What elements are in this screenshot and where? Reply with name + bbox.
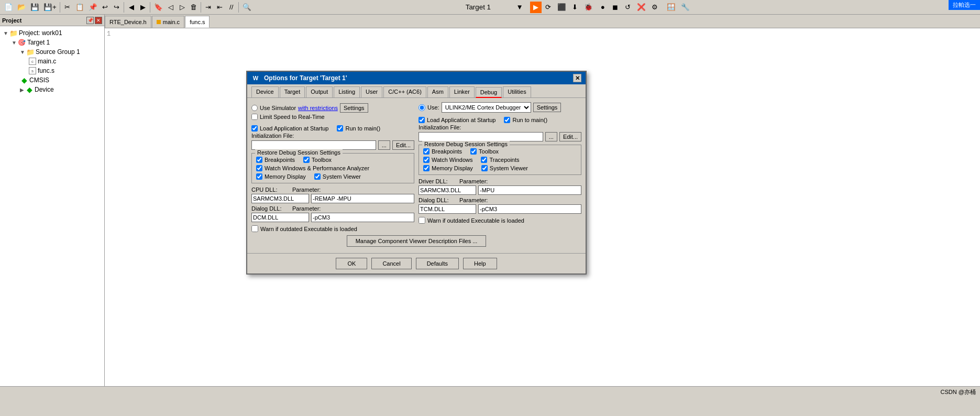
right-load-app-row: Load Application at Startup: [419, 117, 495, 123]
manage-component-btn[interactable]: Manage Component Viewer Description File…: [347, 235, 487, 247]
left-load-app-checkbox[interactable]: [251, 125, 258, 132]
right-run-to-main-row: Run to main(): [504, 117, 547, 123]
left-breakpoints-row: Breakpoints: [256, 157, 295, 163]
left-watch-windows-checkbox[interactable]: [256, 165, 262, 171]
left-settings-btn[interactable]: Settings: [340, 103, 368, 113]
right-dialog-dll-param-input[interactable]: [478, 204, 581, 214]
cancel-btn[interactable]: Cancel: [371, 258, 411, 269]
use-simulator-radio[interactable]: [251, 105, 258, 111]
left-browse-btn[interactable]: ...: [378, 140, 390, 150]
dialog-two-col: Use Simulator with restrictions Settings…: [251, 102, 581, 233]
dialog-icon: W: [251, 74, 260, 82]
right-dialog-dll-input[interactable]: [419, 204, 476, 214]
help-btn[interactable]: Help: [463, 258, 497, 269]
left-toolbox-checkbox[interactable]: [303, 157, 310, 163]
limit-speed-checkbox[interactable]: [251, 114, 258, 120]
right-breakpoints-label: Breakpoints: [432, 148, 462, 155]
tab-target[interactable]: Target: [280, 86, 305, 97]
left-init-file-row: ... Edit...: [251, 140, 414, 150]
use-debugger-radio[interactable]: [419, 104, 425, 111]
right-memory-display-label: Memory Display: [432, 165, 473, 171]
left-system-viewer-label: System Viewer: [323, 173, 361, 180]
use-debugger-row: Use: ULINK2/ME Cortex Debugger Settings: [419, 102, 581, 113]
left-edit-btn[interactable]: Edit...: [392, 140, 414, 150]
left-dialog-dll-input[interactable]: [251, 213, 309, 222]
right-watch-windows-label: Watch Windows: [432, 157, 472, 163]
left-breakpoints-checkbox[interactable]: [256, 157, 262, 163]
tab-listing[interactable]: Listing: [334, 86, 360, 97]
right-warn-checkbox[interactable]: [419, 217, 425, 224]
right-init-file-row: ... Edit...: [419, 132, 581, 141]
defaults-btn[interactable]: Defaults: [416, 258, 459, 269]
left-cpu-dll-input[interactable]: [251, 194, 309, 203]
left-breakpoints-label: Breakpoints: [265, 157, 295, 163]
right-toolbox-checkbox[interactable]: [470, 148, 477, 155]
right-load-app-label: Load Application at Startup: [427, 117, 495, 123]
right-system-viewer-label: System Viewer: [490, 165, 528, 171]
manage-btn-row: Manage Component Viewer Description File…: [251, 233, 581, 249]
use-simulator-label: Use Simulator: [260, 105, 296, 111]
dialog-close-btn[interactable]: ✕: [573, 74, 581, 82]
tab-user[interactable]: User: [361, 86, 382, 97]
tab-output[interactable]: Output: [306, 86, 333, 97]
tab-cpp[interactable]: C/C++ (AC6): [383, 86, 426, 97]
right-edit-btn[interactable]: Edit...: [559, 132, 581, 141]
use-label: Use:: [427, 104, 439, 111]
right-system-viewer-row: System Viewer: [481, 165, 528, 171]
right-memory-display-checkbox[interactable]: [423, 165, 430, 171]
left-watch-windows-row: Watch Windows & Performance Analyzer: [256, 165, 410, 171]
right-warn-label: Warn if outdated Executable is loaded: [427, 217, 524, 224]
limit-speed-label: Limit Speed to Real-Time: [260, 114, 325, 120]
right-memory-display-row: Memory Display: [423, 165, 473, 171]
left-dialog-dll-param-label: Parameter:: [292, 205, 321, 212]
left-init-file-input[interactable]: [251, 140, 376, 150]
right-tracepoints-checkbox[interactable]: [481, 157, 487, 163]
right-breakpoints-row: Breakpoints: [423, 148, 462, 155]
right-warn-row: Warn if outdated Executable is loaded: [419, 217, 581, 224]
tab-asm[interactable]: Asm: [427, 86, 448, 97]
dialog-right-col: Use: ULINK2/ME Cortex Debugger Settings …: [419, 102, 581, 233]
left-system-viewer-checkbox[interactable]: [314, 173, 321, 180]
right-run-to-main-label: Run to main(): [512, 117, 547, 123]
left-restore-group: Restore Debug Session Settings Breakpoin…: [251, 153, 414, 183]
options-dialog: W Options for Target 'Target 1' ✕ Device…: [246, 71, 587, 275]
tab-linker[interactable]: Linker: [449, 86, 475, 97]
dialog-title-text: Options for Target 'Target 1': [264, 74, 347, 82]
left-load-app-label: Load Application at Startup: [260, 125, 328, 132]
left-init-file-label: Initialization File:: [251, 133, 414, 139]
right-browse-btn[interactable]: ...: [545, 132, 557, 141]
right-restore-group: Restore Debug Session Settings Breakpoin…: [419, 145, 581, 175]
tab-debug[interactable]: Debug: [476, 87, 502, 98]
left-memory-display-checkbox[interactable]: [256, 173, 262, 180]
limit-speed-row: Limit Speed to Real-Time: [251, 114, 414, 120]
right-load-app-checkbox[interactable]: [419, 117, 425, 123]
right-breakpoints-checkbox[interactable]: [423, 148, 430, 155]
right-driver-dll-input[interactable]: [419, 185, 476, 195]
dialog-title: W Options for Target 'Target 1': [251, 74, 347, 82]
left-cpu-dll-param-input[interactable]: [311, 194, 414, 203]
left-dialog-dll-label: Dialog DLL:: [251, 205, 288, 212]
right-init-file-input[interactable]: [419, 132, 543, 141]
right-dialog-dll-param-label: Parameter:: [459, 197, 488, 203]
dialog-left-col: Use Simulator with restrictions Settings…: [251, 102, 414, 233]
left-dialog-dll-param-input[interactable]: [311, 213, 414, 222]
right-watch-windows-checkbox[interactable]: [423, 157, 430, 163]
right-settings-btn[interactable]: Settings: [533, 103, 561, 112]
tab-utilities[interactable]: Utilities: [503, 86, 531, 97]
right-tracepoints-label: Tracepoints: [489, 157, 519, 163]
right-run-to-main-checkbox[interactable]: [504, 117, 510, 123]
debugger-select[interactable]: ULINK2/ME Cortex Debugger: [442, 102, 531, 113]
right-dialog-dll-label: Dialog DLL:: [419, 197, 455, 203]
left-cpu-dll-param-label: Parameter:: [292, 187, 321, 193]
dialog-body: Use Simulator with restrictions Settings…: [247, 98, 586, 253]
left-cpu-dll-label: CPU DLL:: [251, 187, 288, 193]
left-system-viewer-row: System Viewer: [314, 173, 361, 180]
left-warn-checkbox[interactable]: [251, 225, 258, 232]
left-run-to-main-checkbox[interactable]: [337, 125, 343, 132]
with-restrictions-link[interactable]: with restrictions: [298, 105, 338, 111]
left-warn-row: Warn if outdated Executable is loaded: [251, 225, 414, 232]
right-driver-dll-param-input[interactable]: [478, 185, 581, 195]
right-system-viewer-checkbox[interactable]: [481, 165, 488, 171]
tab-device[interactable]: Device: [251, 86, 279, 97]
ok-btn[interactable]: OK: [336, 258, 367, 269]
